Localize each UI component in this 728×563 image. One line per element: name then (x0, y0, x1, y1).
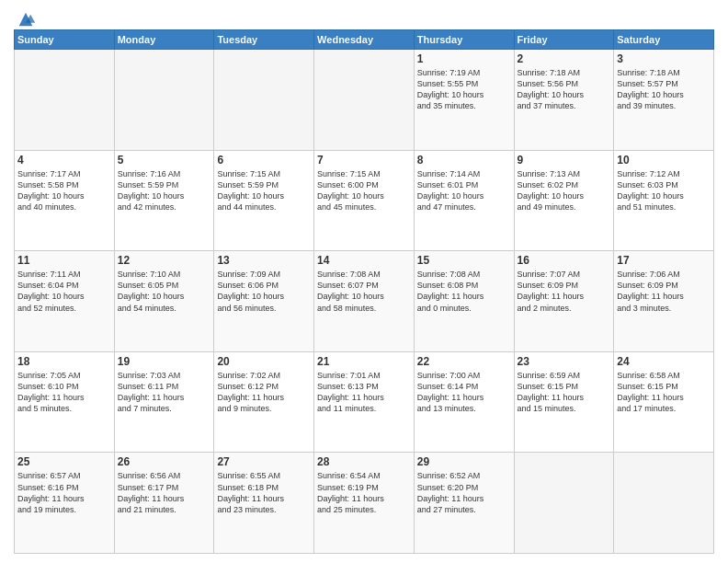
day-number: 23 (518, 355, 611, 368)
calendar-cell: 13Sunrise: 7:09 AM Sunset: 6:06 PM Dayli… (214, 251, 314, 352)
calendar-cell (15, 50, 115, 151)
calendar-cell: 28Sunrise: 6:54 AM Sunset: 6:19 PM Dayli… (314, 453, 415, 554)
calendar-cell: 12Sunrise: 7:10 AM Sunset: 6:05 PM Dayli… (114, 251, 214, 352)
day-info: Sunrise: 7:00 AM Sunset: 6:14 PM Dayligh… (417, 370, 511, 415)
day-number: 25 (17, 455, 111, 468)
day-number: 27 (217, 455, 311, 468)
calendar-cell: 11Sunrise: 7:11 AM Sunset: 6:04 PM Dayli… (15, 251, 115, 352)
day-info: Sunrise: 6:55 AM Sunset: 6:18 PM Dayligh… (217, 470, 311, 515)
calendar-cell: 23Sunrise: 6:59 AM Sunset: 6:15 PM Dayli… (514, 351, 614, 453)
calendar-cell: 9Sunrise: 7:13 AM Sunset: 6:02 PM Daylig… (514, 150, 614, 251)
day-info: Sunrise: 6:58 AM Sunset: 6:15 PM Dayligh… (617, 370, 711, 415)
day-info: Sunrise: 7:11 AM Sunset: 6:04 PM Dayligh… (17, 269, 111, 314)
calendar-cell: 7Sunrise: 7:15 AM Sunset: 6:00 PM Daylig… (314, 150, 415, 251)
calendar-cell: 6Sunrise: 7:15 AM Sunset: 5:59 PM Daylig… (214, 150, 314, 251)
day-number: 4 (17, 154, 111, 167)
day-number: 20 (217, 355, 311, 368)
day-info: Sunrise: 7:18 AM Sunset: 5:57 PM Dayligh… (617, 67, 711, 112)
day-info: Sunrise: 7:15 AM Sunset: 5:59 PM Dayligh… (217, 168, 311, 213)
calendar-cell: 25Sunrise: 6:57 AM Sunset: 6:16 PM Dayli… (15, 453, 115, 554)
day-info: Sunrise: 6:54 AM Sunset: 6:19 PM Dayligh… (317, 470, 411, 515)
day-info: Sunrise: 7:02 AM Sunset: 6:12 PM Dayligh… (217, 370, 311, 415)
day-info: Sunrise: 7:14 AM Sunset: 6:01 PM Dayligh… (417, 168, 511, 213)
calendar-cell: 2Sunrise: 7:18 AM Sunset: 5:56 PM Daylig… (514, 50, 614, 151)
day-info: Sunrise: 7:08 AM Sunset: 6:08 PM Dayligh… (417, 269, 511, 314)
calendar-cell: 22Sunrise: 7:00 AM Sunset: 6:14 PM Dayli… (414, 351, 514, 453)
calendar-cell: 19Sunrise: 7:03 AM Sunset: 6:11 PM Dayli… (114, 351, 214, 453)
logo (14, 9, 36, 24)
calendar-cell (314, 50, 415, 151)
day-info: Sunrise: 7:06 AM Sunset: 6:09 PM Dayligh… (617, 269, 711, 314)
day-info: Sunrise: 7:03 AM Sunset: 6:11 PM Dayligh… (118, 370, 211, 415)
day-number: 28 (317, 455, 411, 468)
day-number: 1 (417, 52, 511, 65)
calendar-week-4: 18Sunrise: 7:05 AM Sunset: 6:10 PM Dayli… (15, 351, 714, 453)
day-info: Sunrise: 6:56 AM Sunset: 6:17 PM Dayligh… (118, 470, 211, 515)
calendar-week-1: 1Sunrise: 7:19 AM Sunset: 5:55 PM Daylig… (15, 50, 714, 151)
weekday-header-thursday: Thursday (414, 30, 514, 50)
day-number: 2 (518, 52, 611, 65)
day-number: 12 (118, 254, 211, 267)
day-info: Sunrise: 7:08 AM Sunset: 6:07 PM Dayligh… (317, 269, 411, 314)
weekday-header-tuesday: Tuesday (214, 30, 314, 50)
weekday-header-saturday: Saturday (614, 30, 714, 50)
day-number: 3 (617, 52, 711, 65)
day-number: 21 (317, 355, 411, 368)
day-number: 26 (118, 455, 211, 468)
day-number: 11 (17, 254, 111, 267)
logo-icon (16, 9, 36, 29)
calendar-cell: 18Sunrise: 7:05 AM Sunset: 6:10 PM Dayli… (15, 351, 115, 453)
calendar-cell (614, 453, 714, 554)
calendar-cell: 14Sunrise: 7:08 AM Sunset: 6:07 PM Dayli… (314, 251, 415, 352)
day-info: Sunrise: 6:57 AM Sunset: 6:16 PM Dayligh… (17, 470, 111, 515)
calendar-body: 1Sunrise: 7:19 AM Sunset: 5:55 PM Daylig… (15, 50, 714, 554)
day-number: 7 (317, 154, 411, 167)
calendar-cell: 21Sunrise: 7:01 AM Sunset: 6:13 PM Dayli… (314, 351, 415, 453)
header (14, 9, 714, 24)
day-info: Sunrise: 7:16 AM Sunset: 5:59 PM Dayligh… (118, 168, 211, 213)
calendar-cell (514, 453, 614, 554)
calendar-cell: 1Sunrise: 7:19 AM Sunset: 5:55 PM Daylig… (414, 50, 514, 151)
calendar-header: SundayMondayTuesdayWednesdayThursdayFrid… (15, 30, 714, 50)
weekday-header-friday: Friday (514, 30, 614, 50)
calendar-week-5: 25Sunrise: 6:57 AM Sunset: 6:16 PM Dayli… (15, 453, 714, 554)
weekday-header-wednesday: Wednesday (314, 30, 415, 50)
day-number: 14 (317, 254, 411, 267)
calendar-cell: 5Sunrise: 7:16 AM Sunset: 5:59 PM Daylig… (114, 150, 214, 251)
page: SundayMondayTuesdayWednesdayThursdayFrid… (0, 0, 728, 563)
day-info: Sunrise: 7:19 AM Sunset: 5:55 PM Dayligh… (417, 67, 511, 112)
day-info: Sunrise: 7:10 AM Sunset: 6:05 PM Dayligh… (118, 269, 211, 314)
weekday-header-monday: Monday (114, 30, 214, 50)
calendar-cell: 29Sunrise: 6:52 AM Sunset: 6:20 PM Dayli… (414, 453, 514, 554)
calendar-cell: 17Sunrise: 7:06 AM Sunset: 6:09 PM Dayli… (614, 251, 714, 352)
day-info: Sunrise: 7:05 AM Sunset: 6:10 PM Dayligh… (17, 370, 111, 415)
day-number: 13 (217, 254, 311, 267)
weekday-header-sunday: Sunday (15, 30, 115, 50)
day-number: 18 (17, 355, 111, 368)
calendar-cell: 8Sunrise: 7:14 AM Sunset: 6:01 PM Daylig… (414, 150, 514, 251)
day-number: 17 (617, 254, 711, 267)
calendar-cell: 16Sunrise: 7:07 AM Sunset: 6:09 PM Dayli… (514, 251, 614, 352)
day-number: 22 (417, 355, 511, 368)
calendar-table: SundayMondayTuesdayWednesdayThursdayFrid… (14, 29, 714, 554)
day-number: 8 (417, 154, 511, 167)
calendar-week-2: 4Sunrise: 7:17 AM Sunset: 5:58 PM Daylig… (15, 150, 714, 251)
calendar-cell (214, 50, 314, 151)
weekday-row: SundayMondayTuesdayWednesdayThursdayFrid… (15, 30, 714, 50)
calendar-week-3: 11Sunrise: 7:11 AM Sunset: 6:04 PM Dayli… (15, 251, 714, 352)
calendar-cell: 10Sunrise: 7:12 AM Sunset: 6:03 PM Dayli… (614, 150, 714, 251)
calendar-cell: 20Sunrise: 7:02 AM Sunset: 6:12 PM Dayli… (214, 351, 314, 453)
day-info: Sunrise: 6:52 AM Sunset: 6:20 PM Dayligh… (417, 470, 511, 515)
day-number: 6 (217, 154, 311, 167)
calendar-cell: 4Sunrise: 7:17 AM Sunset: 5:58 PM Daylig… (15, 150, 115, 251)
day-number: 5 (118, 154, 211, 167)
calendar-cell: 27Sunrise: 6:55 AM Sunset: 6:18 PM Dayli… (214, 453, 314, 554)
calendar-cell: 26Sunrise: 6:56 AM Sunset: 6:17 PM Dayli… (114, 453, 214, 554)
calendar-cell: 24Sunrise: 6:58 AM Sunset: 6:15 PM Dayli… (614, 351, 714, 453)
day-info: Sunrise: 7:12 AM Sunset: 6:03 PM Dayligh… (617, 168, 711, 213)
calendar-cell: 15Sunrise: 7:08 AM Sunset: 6:08 PM Dayli… (414, 251, 514, 352)
day-number: 9 (518, 154, 611, 167)
day-info: Sunrise: 7:17 AM Sunset: 5:58 PM Dayligh… (17, 168, 111, 213)
day-info: Sunrise: 7:18 AM Sunset: 5:56 PM Dayligh… (518, 67, 611, 112)
day-info: Sunrise: 7:01 AM Sunset: 6:13 PM Dayligh… (317, 370, 411, 415)
